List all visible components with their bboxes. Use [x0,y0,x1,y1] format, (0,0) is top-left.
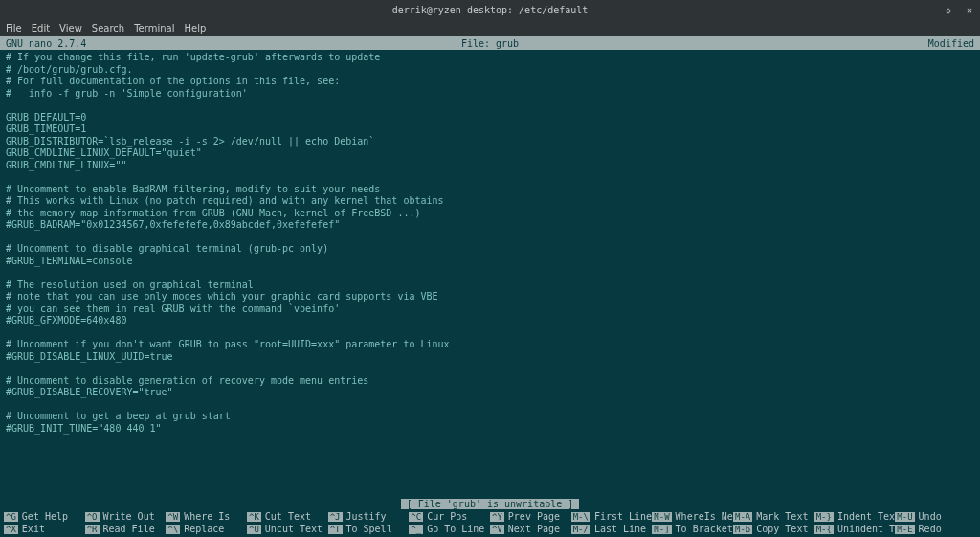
shortcut-item: ^TTo Spell [328,523,410,535]
shortcut-label: Uncut Text [265,524,323,534]
editor-line: GRUB_CMDLINE_LINUX="" [6,160,974,172]
shortcut-key: M-/ [571,525,590,534]
shortcut-key: M-] [652,525,671,534]
shortcut-item: M-/Last Line [571,523,653,535]
shortcut-item: M-6Copy Text [733,523,814,535]
editor-line: # Uncomment to get a beep at grub start [6,411,974,423]
editor-line: #GRUB_BADRAM="0x01234567,0xfefefefe,0x89… [6,219,974,232]
shortcut-bar: ^GGet Help^OWrite Out^WWhere Is^KCut Tex… [0,510,980,537]
shortcut-item: ^RRead File [85,523,167,535]
shortcut-label: Redo [919,524,942,534]
shortcut-label: Prev Page [508,511,560,522]
nano-filename: File: grub [461,38,519,49]
shortcut-label: To Spell [346,524,392,534]
shortcut-label: To Bracket [676,524,733,534]
shortcut-label: First Line [594,511,652,522]
editor-line: GRUB_DISTRIBUTOR=`lsb_release -i -s 2> /… [6,136,974,148]
window-controls: — ◇ ✕ [921,3,976,16]
window-titlebar: derrik@ryzen-desktop: /etc/default — ◇ ✕ [0,0,980,19]
shortcut-item: M-}Indent Text [814,510,896,523]
editor-line [6,232,974,244]
shortcut-label: Justify [346,511,387,522]
shortcut-key: M-{ [814,525,834,534]
shortcut-item: M-UUndo [895,510,976,523]
editor-line: # /boot/grub/grub.cfg. [6,64,974,77]
status-message: [ File 'grub' is unwritable ] [401,499,580,509]
shortcut-item: ^\Replace [166,523,247,535]
menu-help[interactable]: Help [184,23,206,34]
shortcut-key: ^\ [166,525,180,534]
shortcut-label: Next Page [508,524,560,534]
shortcut-key: M-W [652,512,671,522]
shortcut-key: M-E [895,525,914,534]
window-title: derrik@ryzen-desktop: /etc/default [0,5,980,15]
minimize-icon[interactable]: — [921,3,934,16]
shortcut-item: ^YPrev Page [490,510,571,523]
menu-bar: File Edit View Search Terminal Help [0,19,980,36]
shortcut-label: Get Help [22,511,68,522]
editor-line [6,171,974,184]
editor-line: # you can see them in real GRUB with the… [6,303,974,316]
editor-line: #GRUB_DISABLE_RECOVERY="true" [6,387,974,399]
shortcut-label: Cur Pos [427,511,467,522]
shortcut-key: ^X [4,525,18,534]
shortcut-key: M-} [814,512,834,522]
editor-line: GRUB_TIMEOUT=1 [6,123,974,136]
shortcut-label: Undo [919,511,942,522]
menu-terminal[interactable]: Terminal [134,23,174,34]
shortcut-key: ^O [85,512,100,522]
editor-line: # For full documentation of the options … [6,76,974,88]
shortcut-key: ^T [328,525,343,534]
editor-line: #GRUB_DISABLE_LINUX_UUID=true [6,351,974,364]
shortcut-item: ^KCut Text [247,510,328,523]
shortcut-item: ^CCur Pos [409,510,490,523]
editor-line [6,267,974,280]
shortcut-label: Mark Text [756,511,808,522]
shortcut-item: M-\First Line [571,510,653,523]
editor-line: # Uncomment to disable graphical termina… [6,243,974,256]
shortcut-label: Indent Text [837,511,895,522]
editor-line: #GRUB_INIT_TUNE="480 440 1" [6,423,974,436]
shortcut-item: ^XExit [4,523,85,535]
shortcut-item: M-ERedo [895,523,976,535]
shortcut-label: Read File [103,524,155,534]
shortcut-label: Exit [22,524,45,534]
shortcut-label: WhereIs Next [676,511,733,522]
maximize-icon[interactable]: ◇ [942,3,955,16]
shortcut-label: Replace [184,524,224,534]
editor-line: # Uncomment to disable generation of rec… [6,375,974,388]
nano-header: GNU nano 2.7.4 File: grub Modified [0,36,980,50]
shortcut-item: ^JJustify [328,510,410,523]
menu-edit[interactable]: Edit [32,23,50,34]
shortcut-key: M-6 [733,525,752,534]
shortcut-key: M-A [733,512,752,522]
editor-area[interactable]: # If you change this file, run 'update-g… [0,50,980,497]
editor-line [6,363,974,375]
shortcut-key: ^U [247,525,261,534]
menu-search[interactable]: Search [92,23,124,34]
shortcut-key: ^V [490,525,504,534]
shortcut-label: Copy Text [756,524,808,534]
shortcut-key: ^_ [409,525,423,534]
close-icon[interactable]: ✕ [963,3,976,16]
editor-line [6,399,974,412]
menu-file[interactable]: File [6,23,22,34]
shortcut-item: M-{Unindent Text [814,523,896,535]
shortcut-key: ^W [166,512,180,522]
shortcut-key: ^R [85,525,100,534]
shortcut-item: M-]To Bracket [652,523,733,535]
menu-view[interactable]: View [59,23,82,34]
nano-modified-status: Modified [928,38,974,49]
shortcut-label: Unindent Text [837,524,895,534]
editor-line: # This works with Linux (no patch requir… [6,195,974,208]
editor-line: # the memory map information from GRUB (… [6,208,974,220]
status-line: [ File 'grub' is unwritable ] [0,497,980,510]
shortcut-item: ^WWhere Is [166,510,247,523]
editor-line: # Uncomment to enable BadRAM filtering, … [6,184,974,196]
editor-line: # The resolution used on graphical termi… [6,280,974,292]
shortcut-label: Go To Line [427,524,484,534]
editor-line [6,327,974,340]
shortcut-item: ^UUncut Text [247,523,328,535]
shortcut-key: ^J [328,512,343,522]
editor-line: #GRUB_GFXMODE=640x480 [6,315,974,327]
